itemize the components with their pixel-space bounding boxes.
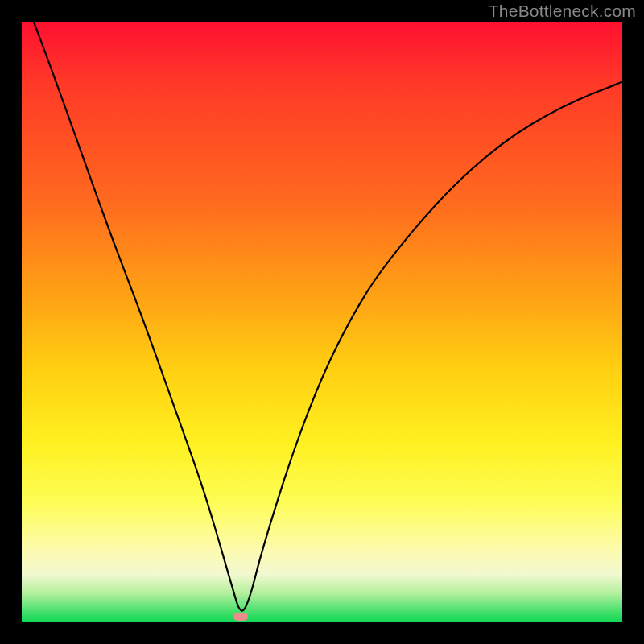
- bottleneck-curve: [22, 22, 622, 622]
- chart-frame: TheBottleneck.com: [0, 0, 644, 644]
- curve-path: [34, 22, 622, 611]
- plot-area: [22, 22, 622, 622]
- optimal-marker: [233, 613, 248, 621]
- watermark-text: TheBottleneck.com: [489, 2, 636, 21]
